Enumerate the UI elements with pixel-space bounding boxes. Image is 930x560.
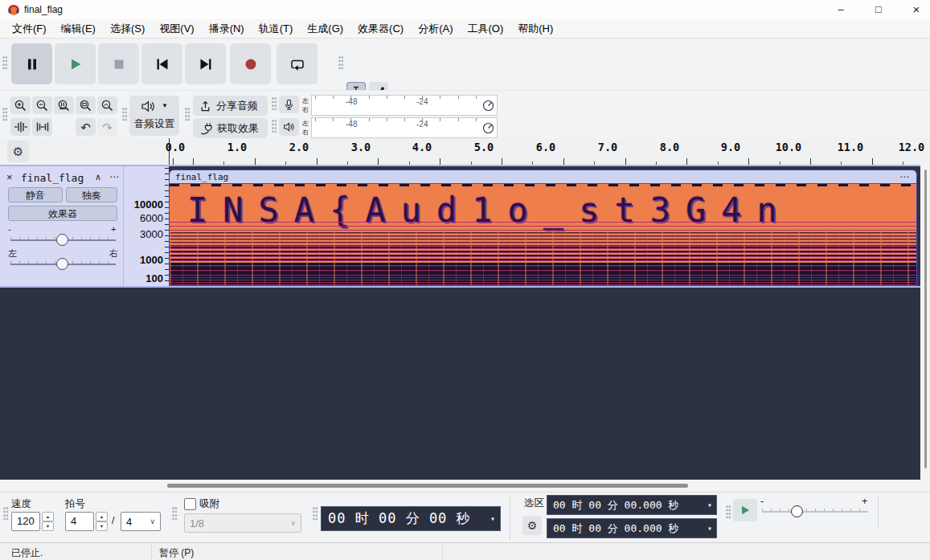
menu-transport[interactable]: 播录(N): [202, 19, 252, 38]
menu-select[interactable]: 选择(S): [103, 19, 152, 38]
silence-audio-button[interactable]: [32, 118, 52, 136]
skip-to-start-button[interactable]: [141, 43, 182, 84]
track-close-button[interactable]: ×: [6, 171, 13, 183]
snap-combo[interactable]: 1/8∨: [184, 513, 301, 533]
playback-meter[interactable]: -48 -24: [311, 117, 498, 138]
share-audio-button[interactable]: 分享音频: [193, 96, 268, 116]
audacity-window: final_flag – □ × 文件(F) 编辑(E) 选择(S) 视图(V)…: [0, 0, 930, 560]
timeline-options-button[interactable]: ⚙: [7, 141, 29, 162]
tempo-spin-arrows[interactable]: ▲▼: [42, 512, 54, 531]
menu-help[interactable]: 帮助(H): [510, 19, 560, 38]
frequency-ruler[interactable]: 10000 6000 3000 1000 100: [123, 166, 169, 286]
spectrogram[interactable]: INSA{Aud1o_st3G4n: [169, 184, 917, 286]
speed-slider-track[interactable]: [762, 511, 868, 513]
track-collapse-button[interactable]: ∧: [95, 172, 101, 182]
timeline-ruler[interactable]: ⚙ 0.0 1.0 2.0 3.0 4.0 5.0 6.0 7.0 8.0 9.…: [0, 138, 930, 165]
undo-button[interactable]: ↶: [76, 118, 96, 136]
vertical-scrollbar[interactable]: [920, 165, 930, 480]
snap-toolbar-grip[interactable]: [172, 507, 178, 521]
edit-toolbar-grip[interactable]: [2, 108, 8, 122]
menu-file[interactable]: 文件(F): [5, 19, 54, 38]
play-button[interactable]: [55, 43, 96, 84]
timesig-lower-value: 4: [126, 516, 132, 528]
snap-value: 1/8: [190, 517, 204, 529]
minimize-button[interactable]: –: [823, 0, 858, 19]
gain-slider-thumb[interactable]: [56, 234, 68, 246]
clip-header[interactable]: final_flag ⋯: [169, 170, 917, 184]
get-effects-button[interactable]: 获取效果: [193, 118, 268, 138]
timesig-upper-value[interactable]: 4: [65, 512, 94, 531]
chevron-down-icon: ∨: [150, 517, 155, 525]
playback-meter-button[interactable]: [279, 118, 299, 136]
menu-view[interactable]: 视图(V): [152, 19, 201, 38]
selection-options-button[interactable]: ⚙: [522, 516, 542, 535]
vertical-scrollbar-thumb[interactable]: [924, 170, 927, 468]
menu-analyze[interactable]: 分析(A): [411, 19, 460, 38]
menu-tools[interactable]: 工具(O): [460, 19, 510, 38]
freq-label: 6000: [125, 212, 163, 224]
time-toolbar-grip[interactable]: [3, 507, 9, 521]
timesig-upper-spinner[interactable]: 4 ▲▼: [65, 512, 108, 531]
ruler-label: 4.0: [404, 141, 440, 153]
close-button[interactable]: ×: [899, 0, 930, 19]
pause-button[interactable]: [11, 43, 52, 84]
zoom-in-button[interactable]: [10, 96, 31, 114]
play-speed-grip[interactable]: [726, 505, 731, 520]
zoom-out-button[interactable]: [32, 96, 52, 114]
menu-generate[interactable]: 生成(G): [300, 19, 350, 38]
zoom-fit-project-button[interactable]: [76, 96, 96, 114]
record-meter-button[interactable]: [279, 96, 299, 113]
redo-button[interactable]: ↷: [97, 118, 117, 136]
pan-slider-thumb[interactable]: [56, 258, 68, 270]
track-effects-button[interactable]: 效果器: [8, 206, 117, 221]
zoom-toggle-button[interactable]: [97, 96, 117, 114]
menu-edit[interactable]: 编辑(E): [54, 19, 103, 38]
time-display[interactable]: 00 时 00 分 00 秒▾: [321, 506, 501, 531]
track-menu-button[interactable]: ⋯: [109, 171, 120, 182]
maximize-button[interactable]: □: [861, 0, 896, 19]
zoom-selection-button[interactable]: [54, 96, 74, 114]
spin-up-icon[interactable]: ▲: [42, 512, 54, 521]
horizontal-scrollbar[interactable]: [0, 480, 930, 492]
clip-menu-button[interactable]: ⋯: [899, 171, 910, 182]
timesig-lower-combo[interactable]: 4∨: [121, 512, 161, 531]
spin-down-icon[interactable]: ▼: [42, 521, 54, 531]
speed-slider-thumb[interactable]: [791, 505, 803, 517]
track-canvas[interactable]: × final_flag ∧ ⋯ 静音 独奏 效果器 - + 左 右: [0, 165, 920, 480]
gear-icon: ⚙: [527, 519, 538, 532]
timesig-slash: /: [112, 515, 114, 526]
skip-to-end-button[interactable]: [185, 43, 226, 84]
tempo-value[interactable]: 120: [11, 512, 40, 531]
audio-setup-button[interactable]: ▼ 音频设置: [129, 96, 179, 136]
timesig-spin-arrows[interactable]: ▲▼: [96, 512, 108, 531]
spin-up-icon[interactable]: ▲: [96, 512, 108, 521]
playback-meter-grip[interactable]: [272, 120, 277, 133]
mute-button[interactable]: 静音: [8, 187, 63, 202]
spin-down-icon[interactable]: ▼: [96, 521, 108, 531]
tempo-spinner[interactable]: 120 ▲▼: [11, 512, 54, 531]
tools-toolbar-grip[interactable]: [338, 56, 344, 71]
share-grip[interactable]: [185, 108, 191, 122]
menu-effect[interactable]: 效果器(C): [350, 19, 411, 38]
selection-end-field[interactable]: 00 时 00 分 00.000 秒▾: [547, 518, 717, 538]
audio-clip[interactable]: final_flag ⋯ INSA{Aud1o_st3G4n: [169, 170, 917, 286]
trim-audio-button[interactable]: [10, 118, 31, 136]
record-button[interactable]: [230, 43, 271, 84]
solo-button[interactable]: 独奏: [66, 187, 117, 202]
play-at-speed-button[interactable]: [733, 499, 757, 521]
snap-checkbox[interactable]: [184, 498, 196, 510]
track-name[interactable]: final_flag: [21, 172, 84, 184]
record-meter-grip[interactable]: [272, 97, 277, 110]
record-meter[interactable]: -48 -24: [311, 95, 498, 116]
transport-toolbar-grip[interactable]: [2, 56, 8, 71]
zoom-out-icon: [35, 99, 49, 112]
stop-button[interactable]: [98, 43, 139, 84]
loop-button[interactable]: [277, 43, 318, 84]
ruler-label: 0.0: [158, 141, 193, 153]
selection-start-field[interactable]: 00 时 00 分 00.000 秒▾: [547, 495, 717, 515]
audio-setup-grip[interactable]: [122, 108, 128, 122]
horizontal-scrollbar-thumb[interactable]: [167, 484, 688, 488]
time-display-grip[interactable]: [313, 507, 318, 521]
menu-tracks[interactable]: 轨道(T): [252, 19, 301, 38]
freq-label: 3000: [125, 228, 163, 240]
